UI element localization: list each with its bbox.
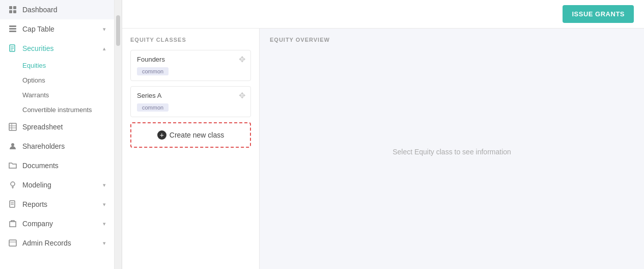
sidebar-item-modeling-label: Modeling — [22, 181, 51, 189]
table-icon — [8, 24, 17, 34]
svg-rect-1 — [13, 6, 16, 9]
chevron-down-icon: ▾ — [103, 221, 106, 227]
sidebar-item-modeling[interactable]: Modeling ▾ — [0, 175, 114, 195]
sidebar-item-dashboard[interactable]: Dashboard — [0, 0, 114, 19]
sidebar-sub-options[interactable]: Options — [22, 73, 114, 88]
report-icon — [8, 200, 17, 209]
founders-card[interactable]: ✥ Founders common — [130, 50, 251, 81]
equity-overview-panel: EQUITY OVERVIEW Select Equity class to s… — [260, 29, 644, 269]
svg-point-15 — [11, 143, 14, 146]
sidebar-scrollbar[interactable] — [115, 0, 122, 269]
equity-overview-empty-message: Select Equity class to see information — [270, 50, 634, 254]
content-area: EQUITY CLASSES ✥ Founders common ✥ Serie… — [122, 29, 644, 269]
sidebar-item-cap-table-label: Cap Table — [22, 25, 54, 33]
sidebar-item-shareholders-label: Shareholders — [22, 142, 65, 150]
svg-rect-0 — [9, 6, 12, 9]
spreadsheet-icon — [8, 122, 17, 131]
sidebar-item-admin-records[interactable]: Admin Records ▾ — [0, 233, 114, 253]
bulb-icon — [8, 180, 17, 190]
svg-rect-6 — [9, 31, 16, 32]
issue-grants-button[interactable]: ISSUE GRANTS — [563, 5, 634, 23]
sidebar-item-documents-label: Documents — [22, 162, 59, 170]
svg-rect-2 — [9, 10, 12, 13]
sidebar-item-securities[interactable]: Securities ▴ — [0, 39, 114, 58]
founders-card-title: Founders — [137, 56, 244, 63]
securities-submenu: Equities Options Warrants Convertible in… — [0, 58, 114, 117]
person-icon — [8, 142, 17, 151]
main-content: ISSUE GRANTS EQUITY CLASSES ✥ Founders c… — [122, 0, 644, 269]
series-a-card-title: Series A — [137, 92, 244, 99]
create-new-class-label: Create new class — [170, 131, 224, 139]
svg-rect-5 — [9, 28, 16, 30]
sidebar-item-admin-records-label: Admin Records — [22, 239, 71, 247]
sidebar-item-cap-table[interactable]: Cap Table ▾ — [0, 19, 114, 39]
chevron-down-icon: ▾ — [103, 201, 106, 208]
sidebar-sub-equities[interactable]: Equities — [22, 58, 114, 73]
chevron-down-icon: ▾ — [103, 182, 106, 189]
series-a-card-badge: common — [137, 103, 169, 112]
svg-rect-22 — [10, 222, 16, 227]
svg-point-16 — [11, 182, 15, 186]
equity-classes-title: EQUITY CLASSES — [130, 37, 251, 43]
create-new-class-button[interactable]: + Create new class — [130, 122, 251, 148]
svg-rect-4 — [9, 25, 16, 27]
series-a-card[interactable]: ✥ Series A common — [130, 86, 251, 117]
folder-icon — [8, 161, 17, 170]
securities-icon — [8, 44, 17, 53]
founders-card-badge: common — [137, 67, 169, 75]
equity-overview-title: EQUITY OVERVIEW — [270, 37, 634, 43]
company-icon — [8, 219, 17, 228]
equity-classes-panel: EQUITY CLASSES ✥ Founders common ✥ Serie… — [122, 29, 260, 269]
sidebar-item-documents[interactable]: Documents — [0, 156, 114, 175]
svg-rect-3 — [13, 10, 16, 13]
sidebar: Dashboard Cap Table ▾ Securities ▴ Equit… — [0, 0, 115, 269]
top-header: ISSUE GRANTS — [122, 0, 644, 29]
drag-handle-icon: ✥ — [239, 55, 245, 64]
svg-rect-11 — [9, 123, 16, 130]
sidebar-item-reports-label: Reports — [22, 200, 47, 208]
sidebar-item-dashboard-label: Dashboard — [22, 6, 58, 14]
plus-icon: + — [157, 130, 166, 140]
sidebar-item-reports[interactable]: Reports ▾ — [0, 195, 114, 214]
chevron-down-icon: ▾ — [103, 240, 106, 247]
drag-handle-icon: ✥ — [239, 91, 245, 100]
sidebar-item-securities-label: Securities — [22, 44, 53, 52]
chevron-down-icon: ▾ — [103, 26, 106, 33]
sidebar-sub-convertible[interactable]: Convertible instruments — [22, 102, 114, 117]
sidebar-sub-warrants[interactable]: Warrants — [22, 88, 114, 102]
sidebar-item-spreadsheet[interactable]: Spreadsheet — [0, 117, 114, 137]
sidebar-item-shareholders[interactable]: Shareholders — [0, 137, 114, 156]
grid-icon — [8, 5, 17, 14]
admin-icon — [8, 238, 17, 248]
sidebar-item-company[interactable]: Company ▾ — [0, 214, 114, 233]
sidebar-item-spreadsheet-label: Spreadsheet — [22, 123, 63, 131]
scrollbar-thumb[interactable] — [116, 15, 120, 46]
chevron-up-icon: ▴ — [103, 45, 106, 52]
sidebar-item-company-label: Company — [22, 220, 53, 228]
svg-rect-23 — [9, 240, 16, 246]
